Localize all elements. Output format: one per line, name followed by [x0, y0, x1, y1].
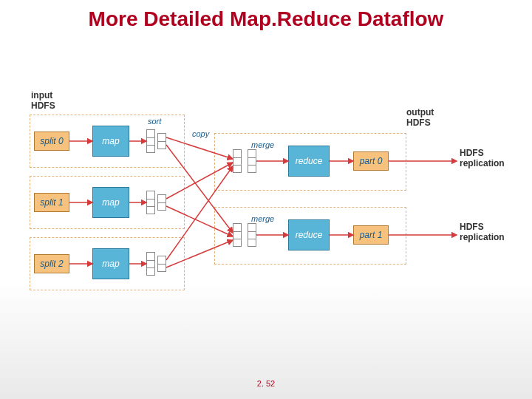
- slide-title: More Detailed Map.Reduce Dataflow: [0, 7, 532, 31]
- merge-buf-0b: [248, 149, 256, 173]
- mapreduce-diagram: input HDFS output HDFS sort copy merge m…: [30, 96, 502, 318]
- sort-buf-2a: [146, 252, 155, 276]
- split-2: split 2: [34, 254, 69, 273]
- merge-buf-1a: [233, 223, 242, 247]
- sort-buf-2b: [157, 256, 166, 272]
- sort-buf-0a: [146, 129, 155, 153]
- reduce-1: reduce: [288, 219, 330, 250]
- part-0: part 0: [353, 151, 389, 171]
- label-merge-1: merge: [251, 214, 274, 223]
- part-1: part 1: [353, 225, 389, 245]
- map-1: map: [92, 187, 129, 218]
- sort-buf-0b: [157, 133, 166, 149]
- label-copy: copy: [192, 129, 209, 138]
- label-input-hdfs: input HDFS: [31, 90, 55, 111]
- split-0: split 0: [34, 132, 69, 151]
- label-hdfs-rep-0: HDFS replication: [460, 148, 505, 168]
- merge-buf-0a: [233, 149, 242, 173]
- map-2: map: [92, 248, 129, 279]
- slide-footer: 2. 52: [0, 379, 532, 388]
- reduce-0: reduce: [288, 146, 330, 177]
- sort-buf-1a: [146, 191, 155, 214]
- label-output-hdfs: output HDFS: [406, 107, 434, 128]
- merge-buf-1b: [248, 223, 256, 247]
- label-hdfs-rep-1: HDFS replication: [460, 222, 505, 242]
- label-merge-0: merge: [251, 140, 274, 149]
- split-1: split 1: [34, 193, 69, 212]
- map-0: map: [92, 126, 129, 157]
- label-sort: sort: [148, 117, 161, 126]
- sort-buf-1b: [157, 194, 166, 211]
